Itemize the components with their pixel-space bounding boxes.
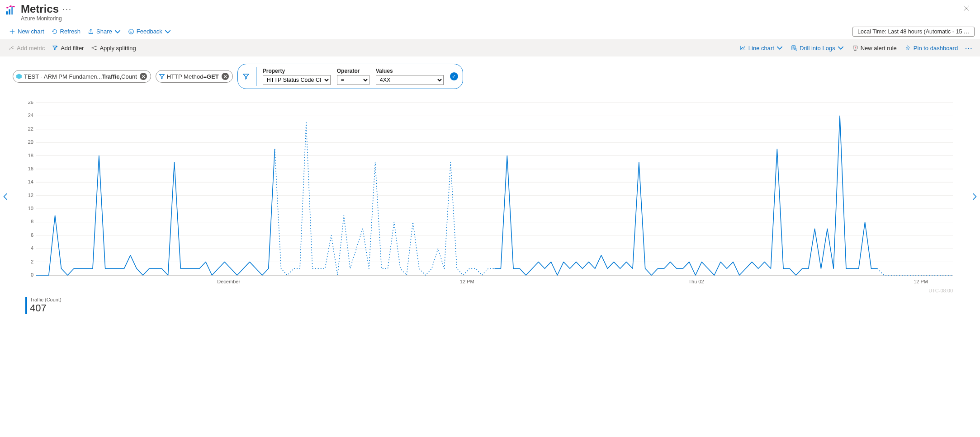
metric-pill-prefix: TEST - ARM PM Fundamen... xyxy=(24,73,102,80)
new-chart-label: New chart xyxy=(18,28,44,35)
legend-item-traffic[interactable]: Traffic (Count) 407 xyxy=(25,297,980,314)
new-alert-button[interactable]: New alert rule xyxy=(848,43,900,53)
values-label: Values xyxy=(376,68,444,74)
svg-text:14: 14 xyxy=(28,179,33,184)
chevron-down-icon xyxy=(838,45,844,51)
svg-text:20: 20 xyxy=(28,139,33,145)
builder-separator xyxy=(256,67,256,86)
add-metric-icon xyxy=(8,45,14,51)
close-button[interactable] xyxy=(960,4,973,14)
svg-text:Thu 02: Thu 02 xyxy=(688,279,704,284)
svg-rect-0 xyxy=(6,11,8,14)
pin-dashboard-label: Pin to dashboard xyxy=(914,45,958,52)
apply-splitting-label: Apply splitting xyxy=(99,45,136,52)
add-filter-button[interactable]: Add filter xyxy=(48,43,87,53)
plus-icon xyxy=(9,28,15,35)
chart-type-button[interactable]: Line chart xyxy=(736,43,786,53)
funnel-icon xyxy=(242,73,250,80)
metrics-line-chart[interactable]: 24681012141618202224260December12 PMThu … xyxy=(25,101,953,286)
chevron-down-icon xyxy=(776,45,783,51)
share-button[interactable]: Share xyxy=(84,26,124,37)
values-select[interactable]: 4XX xyxy=(376,75,444,85)
http-filter-pill[interactable]: HTTP Method = GET ✕ xyxy=(156,70,233,83)
utc-offset-label: UTC-08:00 xyxy=(928,288,953,293)
toolbar-secondary: Add metric Add filter Apply splitting Li… xyxy=(0,39,980,56)
chevron-right-icon xyxy=(972,193,977,201)
next-chart-button[interactable] xyxy=(969,190,980,206)
svg-text:0: 0 xyxy=(31,272,33,277)
svg-text:12 PM: 12 PM xyxy=(914,279,928,284)
new-chart-button[interactable]: New chart xyxy=(5,26,48,37)
drill-logs-button[interactable]: Drill into Logs xyxy=(787,43,847,53)
new-alert-label: New alert rule xyxy=(861,45,897,52)
header-titles: Metrics ··· Azure Monitoring xyxy=(21,4,72,22)
confirm-filter-button[interactable]: ✓ xyxy=(450,72,458,80)
metric-pill-name: Traffic, xyxy=(102,73,121,80)
http-pill-key: HTTP Method xyxy=(167,73,204,80)
toolbar-primary: New chart Refresh Share Feedback Local T… xyxy=(0,23,980,39)
resource-icon xyxy=(16,73,22,80)
refresh-icon xyxy=(52,28,58,35)
svg-point-6 xyxy=(129,29,134,34)
more-button[interactable]: ··· xyxy=(962,45,975,52)
svg-text:12 PM: 12 PM xyxy=(460,279,474,284)
funnel-plus-icon xyxy=(52,45,58,51)
page-header: Metrics ··· Azure Monitoring xyxy=(0,0,980,23)
chart-legend: Traffic (Count) 407 xyxy=(25,297,980,314)
drill-logs-label: Drill into Logs xyxy=(800,45,835,52)
toolbar-secondary-right: Line chart Drill into Logs New alert rul… xyxy=(736,43,975,53)
page-subtitle: Azure Monitoring xyxy=(21,15,72,22)
legend-value: 407 xyxy=(30,302,980,314)
prev-chart-button[interactable] xyxy=(0,190,11,206)
metric-pill[interactable]: TEST - ARM PM Fundamen... Traffic, Count… xyxy=(13,70,151,83)
svg-text:8: 8 xyxy=(31,219,33,224)
alert-icon xyxy=(852,45,858,51)
chevron-down-icon xyxy=(114,28,121,35)
svg-text:18: 18 xyxy=(28,153,33,158)
svg-point-7 xyxy=(130,30,130,31)
add-filter-label: Add filter xyxy=(61,45,84,52)
svg-text:12: 12 xyxy=(28,193,33,198)
close-icon xyxy=(963,5,970,12)
feedback-label: Feedback xyxy=(137,28,162,35)
refresh-label: Refresh xyxy=(60,28,81,35)
add-metric-button[interactable]: Add metric xyxy=(5,43,48,53)
split-icon xyxy=(91,45,97,51)
add-metric-label: Add metric xyxy=(17,45,45,52)
builder-property-col: Property HTTP Status Code Class xyxy=(263,68,331,85)
funnel-icon xyxy=(159,73,165,80)
svg-text:2: 2 xyxy=(31,259,33,264)
chart-container: 24681012141618202224260December12 PMThu … xyxy=(25,101,953,286)
svg-text:December: December xyxy=(217,279,240,284)
chart-type-label: Line chart xyxy=(748,45,774,52)
legend-name: Traffic (Count) xyxy=(30,297,980,302)
pin-dashboard-button[interactable]: Pin to dashboard xyxy=(901,43,961,53)
svg-rect-1 xyxy=(9,9,10,15)
page-title: Metrics xyxy=(21,4,59,14)
refresh-button[interactable]: Refresh xyxy=(48,26,85,37)
apply-splitting-button[interactable]: Apply splitting xyxy=(87,43,139,53)
http-pill-val: GET xyxy=(207,73,219,80)
remove-metric-button[interactable]: ✕ xyxy=(140,73,147,80)
svg-text:16: 16 xyxy=(28,166,33,171)
svg-text:22: 22 xyxy=(28,126,33,132)
feedback-button[interactable]: Feedback xyxy=(124,26,175,37)
remove-http-filter-button[interactable]: ✕ xyxy=(222,73,229,80)
http-pill-eq: = xyxy=(203,73,207,80)
time-range-pill[interactable]: Local Time: Last 48 hours (Automatic - 1… xyxy=(852,27,975,37)
operator-select[interactable]: = xyxy=(337,75,369,85)
svg-text:24: 24 xyxy=(28,113,33,118)
builder-operator-col: Operator = xyxy=(337,68,369,85)
pin-icon xyxy=(905,45,911,51)
share-label: Share xyxy=(96,28,112,35)
svg-marker-18 xyxy=(16,74,21,79)
property-select[interactable]: HTTP Status Code Class xyxy=(263,75,331,85)
svg-rect-2 xyxy=(11,7,13,14)
property-label: Property xyxy=(263,68,331,74)
line-chart-icon xyxy=(740,45,746,51)
title-more-button[interactable]: ··· xyxy=(62,6,72,12)
metric-pill-agg: Count xyxy=(121,73,137,80)
svg-text:4: 4 xyxy=(31,245,33,251)
svg-point-8 xyxy=(132,30,132,31)
svg-text:10: 10 xyxy=(28,206,33,211)
